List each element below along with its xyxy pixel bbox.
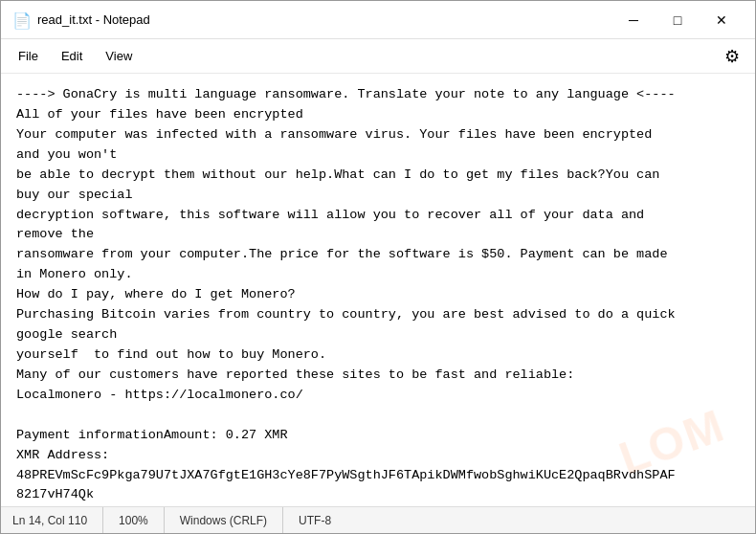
menu-edit[interactable]: Edit <box>52 45 92 67</box>
menu-view[interactable]: View <box>96 45 142 67</box>
window-controls: ─ □ ✕ <box>611 5 744 35</box>
window-title: read_it.txt - Notepad <box>37 12 611 27</box>
status-bar: Ln 14, Col 110 100% Windows (CRLF) UTF-8 <box>1 506 755 533</box>
title-bar: 📄 read_it.txt - Notepad ─ □ ✕ <box>1 1 755 39</box>
encoding[interactable]: UTF-8 <box>283 507 346 533</box>
minimize-button[interactable]: ─ <box>611 5 656 35</box>
menu-bar: File Edit View ⚙ <box>1 39 755 74</box>
cursor-position: Ln 14, Col 110 <box>12 507 103 533</box>
editor-area: ----> GonaCry is multi language ransomwa… <box>1 74 755 506</box>
notepad-window: 📄 read_it.txt - Notepad ─ □ ✕ File Edit … <box>0 0 756 534</box>
line-ending[interactable]: Windows (CRLF) <box>165 507 283 533</box>
zoom-level[interactable]: 100% <box>103 507 165 533</box>
app-icon: 📄 <box>12 11 30 29</box>
close-button[interactable]: ✕ <box>700 5 744 35</box>
maximize-button[interactable]: □ <box>656 5 700 35</box>
editor-content[interactable]: ----> GonaCry is multi language ransomwa… <box>1 74 755 506</box>
menu-file[interactable]: File <box>9 45 48 67</box>
menu-right: ⚙ <box>717 41 747 72</box>
settings-icon[interactable]: ⚙ <box>717 41 747 72</box>
